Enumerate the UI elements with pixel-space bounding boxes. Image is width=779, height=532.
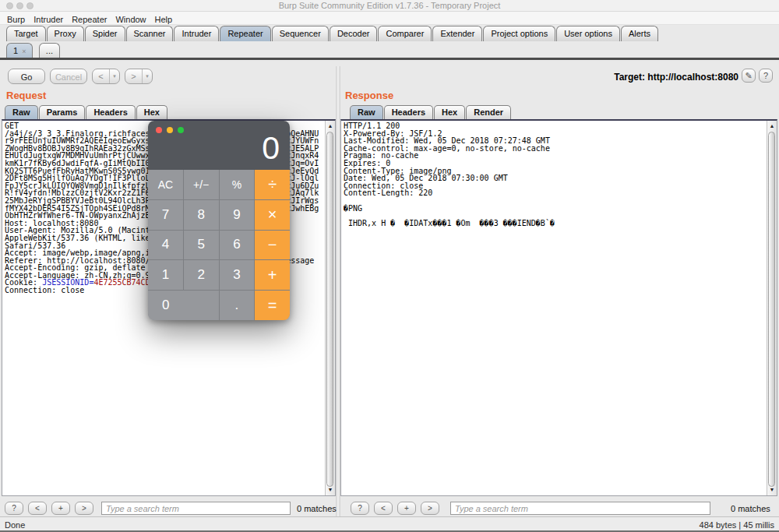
- forward-arrow-icon: >: [125, 69, 142, 83]
- scroll-up-icon[interactable]: ▲: [326, 122, 335, 131]
- divider: [0, 58, 779, 60]
- repeater-tab-1[interactable]: 1×: [6, 43, 33, 58]
- window-title: Burp Suite Community Edition v1.7.36 - T…: [0, 1, 779, 10]
- pane-splitter[interactable]: [336, 66, 340, 516]
- response-scrollbar[interactable]: ▲ ▼: [767, 121, 777, 495]
- response-search-help-button[interactable]: ?: [351, 502, 369, 515]
- calc-key-+/−[interactable]: +/−: [184, 170, 219, 199]
- request-match-count: 0 matches: [297, 504, 337, 513]
- calc-key-=[interactable]: =: [255, 291, 290, 320]
- response-search-add-button[interactable]: +: [397, 502, 416, 515]
- tab-user-options[interactable]: User options: [556, 26, 620, 41]
- tab-scanner[interactable]: Scanner: [126, 26, 174, 41]
- request-search-help-button[interactable]: ?: [5, 502, 23, 515]
- calc-key-%[interactable]: %: [220, 170, 255, 199]
- response-tab-headers[interactable]: Headers: [384, 105, 433, 119]
- request-search-prev-button[interactable]: <: [28, 502, 47, 515]
- tab-proxy[interactable]: Proxy: [47, 26, 84, 41]
- calculator-window[interactable]: 0 AC+/−%÷789×456−123+0.=: [148, 121, 290, 320]
- calc-key-4[interactable]: 4: [148, 231, 183, 260]
- menu-burp[interactable]: Burp: [7, 13, 25, 26]
- response-search-input[interactable]: [450, 502, 710, 515]
- request-scrollbar[interactable]: ▲ ▼: [325, 121, 335, 495]
- calc-key-÷[interactable]: ÷: [255, 170, 290, 199]
- calc-key-−[interactable]: −: [255, 231, 290, 260]
- calc-key-1[interactable]: 1: [148, 260, 183, 290]
- tab-target[interactable]: Target: [6, 26, 46, 41]
- menu-intruder[interactable]: Intruder: [33, 13, 63, 26]
- repeater-tab-more[interactable]: ...: [39, 43, 60, 58]
- response-timing: 484 bytes | 45 millis: [700, 520, 774, 530]
- main-tab-bar: TargetProxySpiderScannerIntruderRepeater…: [6, 26, 659, 41]
- request-editor-tabs: RawParamsHeadersHex: [5, 105, 168, 119]
- scrollbar-thumb[interactable]: [768, 132, 775, 487]
- response-tab-hex[interactable]: Hex: [434, 105, 465, 119]
- pencil-icon: ✎: [745, 71, 752, 80]
- calc-key-0[interactable]: 0: [148, 291, 219, 320]
- request-tab-params[interactable]: Params: [39, 105, 86, 119]
- calc-key-2[interactable]: 2: [184, 260, 219, 290]
- request-search-next-button[interactable]: >: [75, 502, 93, 515]
- forward-button[interactable]: >▾: [125, 69, 153, 84]
- response-text: HTTP/1.1 200X-Powered-By: JSF/1.2Last-Mo…: [344, 122, 555, 227]
- calc-key-3[interactable]: 3: [220, 260, 255, 290]
- request-search-input[interactable]: [101, 502, 291, 515]
- menu-help[interactable]: Help: [155, 13, 173, 26]
- scroll-down-icon[interactable]: ▼: [326, 485, 335, 495]
- go-button[interactable]: Go: [8, 69, 45, 84]
- scrollbar-thumb[interactable]: [326, 132, 333, 487]
- scroll-down-icon[interactable]: ▼: [767, 485, 777, 495]
- menu-window[interactable]: Window: [115, 13, 146, 26]
- menu-bar: BurpIntruderRepeaterWindowHelp: [0, 12, 779, 25]
- code-line: Content-Length: 220: [344, 189, 555, 197]
- tab-spider[interactable]: Spider: [85, 26, 125, 41]
- calc-key-7[interactable]: 7: [148, 200, 183, 230]
- tab-decoder[interactable]: Decoder: [330, 26, 378, 41]
- cancel-button[interactable]: Cancel: [50, 69, 87, 84]
- calc-key-×[interactable]: ×: [255, 200, 290, 230]
- calc-zoom-icon[interactable]: [178, 127, 184, 133]
- request-search-add-button[interactable]: +: [51, 502, 70, 515]
- help-button[interactable]: ?: [759, 69, 773, 83]
- request-tab-raw[interactable]: Raw: [5, 105, 38, 119]
- calc-key-AC[interactable]: AC: [148, 170, 183, 199]
- calc-key-6[interactable]: 6: [220, 231, 255, 260]
- target-url: Target: http://localhost:8080: [614, 72, 738, 83]
- back-button[interactable]: <▾: [92, 69, 120, 84]
- calc-key-.[interactable]: .: [220, 291, 255, 320]
- scroll-up-icon[interactable]: ▲: [767, 122, 777, 131]
- response-editor[interactable]: HTTP/1.1 200X-Powered-By: JSF/1.2Last-Mo…: [340, 119, 777, 496]
- tab-alerts[interactable]: Alerts: [621, 26, 658, 41]
- calc-key-+[interactable]: +: [255, 260, 290, 290]
- response-title: Response: [345, 90, 393, 101]
- chevron-down-icon[interactable]: ▾: [142, 69, 152, 83]
- status-bar: Done 484 bytes | 45 millis: [0, 516, 779, 532]
- calculator-keypad: AC+/−%÷789×456−123+0.=: [148, 170, 290, 320]
- tab-extender[interactable]: Extender: [432, 26, 482, 41]
- response-tab-render[interactable]: Render: [466, 105, 511, 119]
- calc-key-8[interactable]: 8: [184, 200, 219, 230]
- burp-suite-window: Burp Suite Community Edition v1.7.36 - T…: [0, 0, 779, 532]
- response-editor-tabs: RawHeadersHexRender: [350, 105, 512, 119]
- calc-close-icon[interactable]: [156, 127, 162, 133]
- request-title: Request: [6, 90, 46, 101]
- request-tab-hex[interactable]: Hex: [136, 105, 167, 119]
- titlebar: Burp Suite Community Edition v1.7.36 - T…: [0, 0, 779, 12]
- menu-repeater[interactable]: Repeater: [72, 13, 107, 26]
- tab-sequencer[interactable]: Sequencer: [272, 26, 329, 41]
- tab-intruder[interactable]: Intruder: [174, 26, 219, 41]
- tab-comparer[interactable]: Comparer: [378, 26, 432, 41]
- edit-target-button[interactable]: ✎: [742, 69, 756, 83]
- calc-key-9[interactable]: 9: [220, 200, 255, 230]
- response-search-prev-button[interactable]: <: [374, 502, 393, 515]
- calc-minimize-icon[interactable]: [167, 127, 173, 133]
- response-search-next-button[interactable]: >: [421, 502, 439, 515]
- tab-repeater[interactable]: Repeater: [220, 26, 270, 41]
- tab-project-options[interactable]: Project options: [483, 26, 555, 41]
- response-tab-raw[interactable]: Raw: [350, 105, 383, 119]
- calculator-titlebar: 0: [148, 121, 290, 170]
- close-tab-icon[interactable]: ×: [22, 48, 26, 55]
- request-tab-headers[interactable]: Headers: [86, 105, 135, 119]
- calc-key-5[interactable]: 5: [184, 231, 219, 260]
- chevron-down-icon[interactable]: ▾: [109, 69, 119, 83]
